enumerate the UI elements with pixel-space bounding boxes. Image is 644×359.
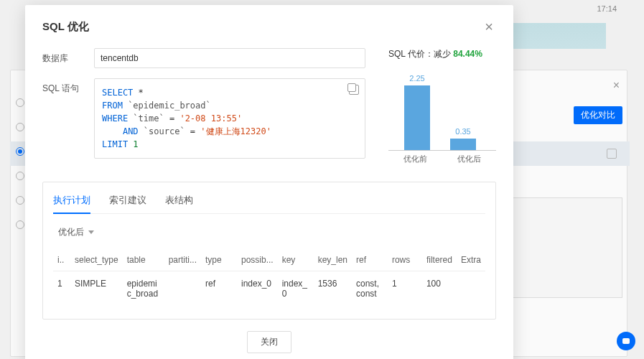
tab-index[interactable]: 索引建议 <box>109 191 146 213</box>
table-row: 1 SIMPLE epidemic_broad ref index_0 inde… <box>53 271 485 307</box>
sql-optimize-modal: SQL 优化 × 数据库 SQL 语句 SELECT * FROM `epide… <box>25 5 513 359</box>
chart-label: 优化前 <box>403 154 427 164</box>
table-header-row: i.. select_type table partiti... type po… <box>53 249 485 271</box>
cell-keylen: 1536 <box>314 271 352 307</box>
col-filtered: filtered <box>422 249 457 271</box>
cell-type: ref <box>201 271 237 307</box>
col-select-type: select_type <box>70 249 123 271</box>
cost-chart: 2.25 0.35 <box>388 65 496 151</box>
close-button[interactable]: 关闭 <box>247 331 291 353</box>
col-possible: possib... <box>237 249 278 271</box>
cost-panel: SQL 代价：减少 84.44% 2.25 0.35 优化前 优化后 <box>388 48 496 169</box>
sql-label: SQL 语句 <box>42 78 94 159</box>
sql-editor[interactable]: SELECT * FROM `epidemic_broad` WHERE `ti… <box>94 78 365 159</box>
col-table: table <box>123 249 164 271</box>
explain-table: i.. select_type table partiti... type po… <box>53 249 485 306</box>
cell-key: index_0 <box>278 271 314 307</box>
database-input[interactable] <box>94 48 365 68</box>
col-type: type <box>201 249 237 271</box>
tab-schema[interactable]: 表结构 <box>165 191 193 213</box>
cell-extra <box>457 271 485 307</box>
tabs: 执行计划 索引建议 表结构 <box>53 191 485 214</box>
col-ref: ref <box>352 249 388 271</box>
bar-value: 2.25 <box>404 74 430 83</box>
modal-title: SQL 优化 <box>42 20 89 34</box>
col-extra: Extra <box>457 249 485 271</box>
col-id: i.. <box>53 249 70 271</box>
col-keylen: key_len <box>314 249 352 271</box>
bar-after <box>450 139 476 150</box>
col-key: key <box>278 249 314 271</box>
tab-plan[interactable]: 执行计划 <box>53 191 90 214</box>
cost-title: SQL 代价：减少 84.44% <box>388 48 496 60</box>
filter-label: 优化后 <box>58 226 84 238</box>
plan-section: 执行计划 索引建议 表结构 优化后 i.. select_type table … <box>42 182 496 320</box>
chevron-down-icon <box>88 230 94 234</box>
cell-partitions <box>164 271 201 307</box>
close-icon[interactable]: × <box>482 18 496 35</box>
cell-rows: 1 <box>388 271 422 307</box>
col-rows: rows <box>388 249 422 271</box>
bar-before <box>404 85 430 150</box>
cell-ref: const,const <box>352 271 388 307</box>
filter-select[interactable]: 优化后 <box>53 223 99 242</box>
cell-select-type: SIMPLE <box>70 271 123 307</box>
chart-label: 优化后 <box>457 154 481 164</box>
cell-id: 1 <box>53 271 70 307</box>
db-label: 数据库 <box>42 48 94 68</box>
cell-possible: index_0 <box>237 271 278 307</box>
cell-filtered: 100 <box>422 271 457 307</box>
col-partitions: partiti... <box>164 249 201 271</box>
cell-table: epidemic_broad <box>123 271 164 307</box>
bar-value: 0.35 <box>450 127 476 136</box>
copy-icon[interactable] <box>349 85 359 95</box>
